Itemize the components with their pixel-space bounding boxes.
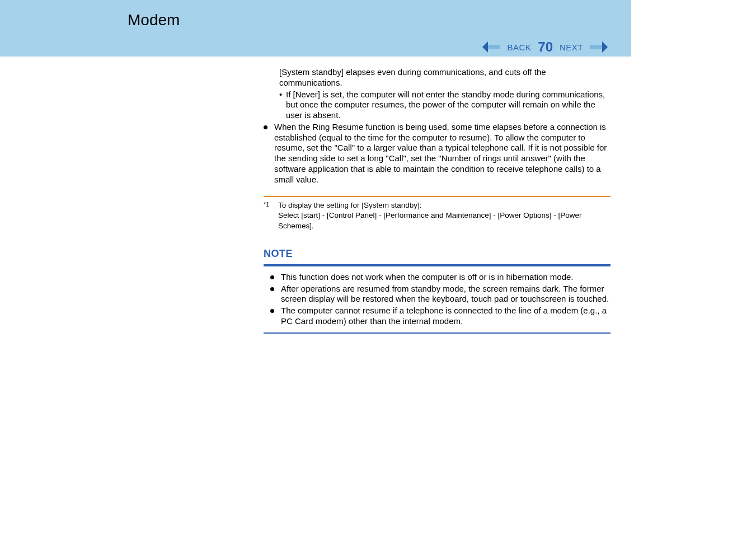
note-item-text: The computer cannot resume if a telephon…	[281, 306, 611, 327]
page-title: Modem	[128, 11, 180, 29]
footnote-line1: To display the setting for [System stand…	[278, 201, 422, 209]
next-arrow-icon[interactable]	[588, 41, 608, 53]
page-number: 70	[538, 39, 553, 55]
footnote: *1 To display the setting for [System st…	[264, 200, 611, 231]
note-list: This function does not work when the com…	[264, 272, 611, 327]
bullet-dot-icon	[270, 275, 274, 279]
list-item: After operations are resumed from standb…	[270, 284, 611, 305]
svg-marker-0	[482, 41, 488, 53]
document-page: Modem BACK 70 NEXT [System standby] elap…	[0, 0, 756, 534]
bullet-text: When the Ring Resume function is being u…	[274, 122, 611, 185]
footnote-line2: Select [start] - [Control Panel] - [Perf…	[278, 211, 582, 229]
svg-rect-1	[488, 45, 500, 49]
note-item-text: This function does not work when the com…	[281, 272, 611, 283]
back-link[interactable]: BACK	[507, 43, 531, 52]
list-item: The computer cannot resume if a telephon…	[270, 306, 611, 327]
divider-orange	[264, 196, 611, 197]
bullet-dash-icon: •	[279, 90, 282, 100]
divider-blue-thin	[264, 332, 611, 334]
svg-marker-3	[602, 41, 608, 53]
note-heading: NOTE	[264, 248, 611, 260]
paragraph-continuation: [System standby] elapses even during com…	[264, 67, 611, 88]
bullet-dot-icon	[264, 125, 267, 129]
footnote-body: To display the setting for [System stand…	[278, 200, 611, 231]
back-arrow-icon[interactable]	[482, 41, 503, 53]
list-item: This function does not work when the com…	[270, 272, 611, 283]
next-link[interactable]: NEXT	[560, 43, 583, 52]
nav-bar: BACK 70 NEXT	[482, 39, 608, 55]
page-header: Modem BACK 70 NEXT	[0, 0, 631, 57]
bullet-dot-icon	[270, 309, 274, 313]
content-area: [System standby] elapses even during com…	[264, 67, 611, 338]
note-item-text: After operations are resumed from standb…	[281, 284, 611, 305]
divider-blue-thick	[264, 264, 611, 266]
footnote-marker: *1	[264, 200, 278, 231]
bullet-item: When the Ring Resume function is being u…	[264, 122, 611, 185]
svg-rect-2	[590, 45, 602, 49]
sub-bullet: • If [Never] is set, the computer will n…	[264, 90, 611, 121]
sub-bullet-text: If [Never] is set, the computer will not…	[286, 90, 605, 120]
bullet-dot-icon	[270, 287, 274, 291]
